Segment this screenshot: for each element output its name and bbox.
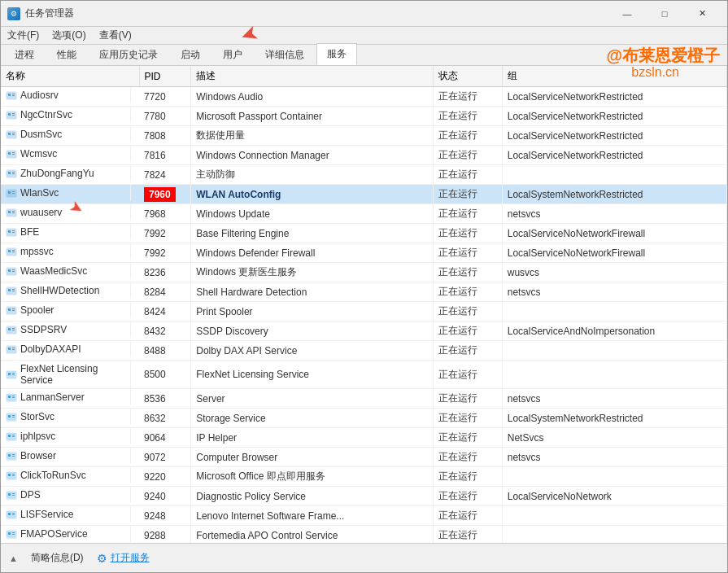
table-row[interactable]: Audiosrv7720Windows Audio正在运行LocalServic… (1, 87, 727, 107)
svg-rect-62 (12, 396, 15, 396)
service-icon (6, 450, 17, 461)
cell-group (502, 526, 726, 544)
svg-rect-46 (12, 308, 15, 309)
table-row[interactable]: SSDPSRV8432SSDP Discovery正在运行LocalServic… (1, 321, 727, 341)
cell-pid: 7960 (139, 185, 191, 204)
col-header-desc[interactable]: 描述 (191, 66, 434, 87)
cell-pid: 8236 (139, 263, 191, 282)
table-row[interactable]: Wcmsvc7816Windows Connection Manager正在运行… (1, 146, 727, 165)
cell-desc: Diagnostic Policy Service (191, 487, 434, 506)
table-row[interactable]: ZhuDongFangYu7824主动防御正在运行 (1, 165, 727, 185)
table-row[interactable]: StorSvc8632Storage Service正在运行LocalSyste… (1, 409, 727, 428)
svg-rect-6 (12, 113, 15, 114)
service-name: ZhuDongFangYu (20, 168, 94, 179)
cell-pid: 7968 (139, 204, 191, 224)
cell-desc: Windows Connection Manager (191, 146, 434, 165)
col-header-status[interactable]: 状态 (433, 66, 502, 87)
svg-rect-40 (7, 287, 16, 295)
svg-rect-23 (12, 193, 15, 194)
col-header-name[interactable]: 名称 (1, 66, 139, 87)
svg-rect-28 (7, 229, 16, 236)
cell-desc: Storage Service (191, 409, 434, 428)
cell-name: DusmSvc (1, 126, 131, 142)
svg-rect-3 (12, 95, 15, 96)
cell-status: 正在运行 (433, 526, 502, 544)
tab-details[interactable]: 详细信息 (255, 44, 315, 65)
cell-group: LocalSystemNetworkRestricted (502, 185, 726, 204)
table-row[interactable]: wuauserv7968Windows Update正在运行netsvcs (1, 204, 727, 224)
brief-info-button[interactable]: 简略信息(D) (31, 551, 84, 565)
service-icon (6, 90, 17, 101)
service-name: LISFService (20, 509, 73, 520)
service-name: DPS (20, 489, 41, 501)
cell-pid: 7824 (139, 165, 191, 185)
minimize-button[interactable]: — (608, 1, 646, 27)
table-row[interactable]: ShellHWDetection8284Shell Hardware Detec… (1, 282, 727, 302)
menu-file[interactable]: 文件(F) (1, 27, 46, 44)
cell-group: netsvcs (502, 389, 726, 409)
cell-group (502, 302, 726, 321)
tab-app-history[interactable]: 应用历史记录 (89, 44, 168, 65)
table-row[interactable]: DolbyDAXAPI8488Dolby DAX API Service正在运行 (1, 341, 727, 361)
table-row[interactable]: LISFService9248Lenovo Internet Software … (1, 506, 727, 526)
svg-rect-22 (12, 191, 15, 192)
cell-pid: 8424 (139, 302, 191, 321)
menu-options[interactable]: 选项(O) (46, 27, 92, 44)
table-row[interactable]: iphlpsvc9064IP Helper正在运行NetSvcs (1, 428, 727, 448)
svg-rect-61 (8, 396, 11, 398)
svg-rect-64 (7, 413, 16, 421)
svg-rect-69 (8, 435, 11, 437)
table-row[interactable]: FMAPOService9288Fortemedia APO Control S… (1, 526, 727, 544)
svg-rect-38 (12, 269, 15, 270)
table-row[interactable]: mpssvc7992Windows Defender Firewall正在运行L… (1, 243, 727, 263)
svg-rect-25 (8, 211, 11, 213)
col-header-pid[interactable]: PID (139, 66, 191, 87)
services-table-container[interactable]: 名称 PID 描述 状态 组 Audiosrv7720Windows Audio… (1, 66, 727, 543)
service-icon (6, 489, 17, 501)
svg-rect-57 (8, 373, 11, 375)
expand-icon: ▲ (9, 553, 18, 563)
cell-group: LocalServiceNoNetworkFirewall (502, 243, 726, 263)
cell-name: WaasMedicSvc (1, 263, 131, 279)
svg-rect-15 (12, 154, 15, 155)
svg-rect-78 (12, 474, 15, 475)
cell-group: LocalServiceNoNetworkFirewall (502, 224, 726, 243)
service-name: Audiosrv (20, 90, 59, 101)
open-services-button[interactable]: ⚙ 打开服务 (97, 551, 150, 565)
svg-rect-54 (12, 348, 15, 348)
cell-name: NgcCtnrSvc (1, 107, 131, 123)
tab-services[interactable]: 服务 (316, 43, 357, 65)
table-row[interactable]: BFE7992Base Filtering Engine正在运行LocalSer… (1, 224, 727, 243)
tab-performance[interactable]: 性能 (46, 44, 87, 65)
svg-rect-19 (12, 173, 15, 174)
svg-rect-48 (7, 326, 16, 334)
cell-status: 正在运行 (433, 243, 502, 263)
tab-process[interactable]: 进程 (4, 44, 45, 65)
menu-view[interactable]: 查看(V) (93, 27, 138, 44)
table-row[interactable]: Spooler8424Print Spooler正在运行 (1, 302, 727, 321)
tab-users[interactable]: 用户 (212, 44, 253, 65)
table-row[interactable]: WlanSvc7960WLAN AutoConfig正在运行LocalSyste… (1, 185, 727, 204)
table-row[interactable]: DusmSvc7808数据使用量正在运行LocalServiceNetworkR… (1, 126, 727, 146)
service-icon (6, 285, 17, 296)
close-button[interactable]: ✕ (683, 1, 721, 27)
svg-rect-60 (7, 394, 16, 401)
svg-rect-83 (12, 495, 15, 496)
cell-name: ClickToRunSvc (1, 467, 131, 483)
service-name: StorSvc (20, 411, 54, 422)
table-row[interactable]: FlexNet Licensing Service8500FlexNet Lic… (1, 361, 727, 389)
cell-desc: Dolby DAX API Service (191, 341, 434, 361)
table-row[interactable]: LanmanServer8536Server正在运行netsvcs (1, 389, 727, 409)
svg-rect-70 (12, 435, 15, 435)
maximize-button[interactable]: □ (646, 1, 683, 27)
col-header-group[interactable]: 组 (502, 66, 726, 87)
table-row[interactable]: NgcCtnrSvc7780Microsoft Passport Contain… (1, 107, 727, 126)
table-row[interactable]: WaasMedicSvc8236Windows 更新医生服务正在运行wusvcs (1, 263, 727, 282)
table-row[interactable]: ClickToRunSvc9220Microsoft Office 即点即用服务… (1, 467, 727, 487)
table-row[interactable]: DPS9240Diagnostic Policy Service正在运行Loca… (1, 487, 727, 506)
svg-rect-52 (7, 346, 16, 353)
service-icon (6, 528, 17, 540)
svg-rect-84 (7, 511, 16, 518)
table-row[interactable]: Browser9072Computer Browser正在运行netsvcs (1, 448, 727, 467)
tab-startup[interactable]: 启动 (170, 44, 211, 65)
